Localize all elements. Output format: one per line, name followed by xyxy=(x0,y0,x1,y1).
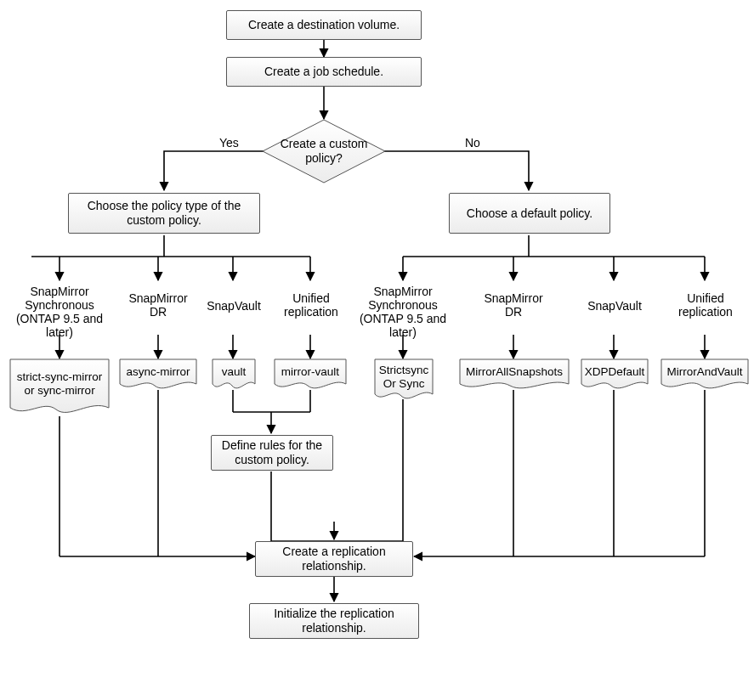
doc-custom-async-mirror: async-mirror xyxy=(119,358,197,392)
default-type-unified-replication: Unified replication xyxy=(673,291,738,319)
doc-default-strictsync-or-sync: Strictsync Or Sync xyxy=(374,358,434,403)
doc-label: XDPDefault xyxy=(581,358,649,386)
default-type-snapmirror-synchronous: SnapMirror Synchronous (ONTAP 9.5 and la… xyxy=(352,285,454,339)
step-define-rules: Define rules for the custom policy. xyxy=(211,435,333,471)
doc-custom-vault: vault xyxy=(212,358,256,392)
step-choose-default-policy: Choose a default policy. xyxy=(449,193,610,234)
default-type-snapmirror-dr: SnapMirror DR xyxy=(481,291,546,319)
custom-type-unified-replication: Unified replication xyxy=(279,291,343,319)
step-create-replication-relationship: Create a replication relationship. xyxy=(255,541,413,577)
flowchart-connectors xyxy=(0,0,754,700)
edge-yes: Yes xyxy=(219,136,239,150)
edge-no: No xyxy=(465,136,480,150)
doc-label: strict-sync-mirror or sync-mirror xyxy=(9,358,110,409)
doc-default-xdpdefault: XDPDefault xyxy=(581,358,649,392)
doc-label: MirrorAndVault xyxy=(660,358,749,386)
doc-label: MirrorAllSnapshots xyxy=(459,358,570,386)
default-type-snapvault: SnapVault xyxy=(585,299,644,313)
custom-type-snapmirror-dr: SnapMirror DR xyxy=(126,291,190,319)
step-create-job-schedule: Create a job schedule. xyxy=(226,57,422,87)
doc-label: async-mirror xyxy=(119,358,197,386)
step-create-destination-volume: Create a destination volume. xyxy=(226,10,422,40)
decision-create-custom-policy: Create a custom policy? xyxy=(262,119,386,183)
doc-default-mirrorandvault: MirrorAndVault xyxy=(660,358,749,392)
doc-label: Strictsync Or Sync xyxy=(374,358,434,396)
doc-custom-mirror-vault: mirror-vault xyxy=(274,358,347,392)
custom-type-snapvault: SnapVault xyxy=(204,299,264,313)
doc-custom-sync-mirror: strict-sync-mirror or sync-mirror xyxy=(9,358,110,416)
step-initialize-replication-relationship: Initialize the replication relationship. xyxy=(249,603,419,639)
doc-default-mirrorallsnapshots: MirrorAllSnapshots xyxy=(459,358,570,392)
doc-label: vault xyxy=(212,358,256,386)
decision-label: Create a custom policy? xyxy=(262,119,386,183)
step-choose-custom-policy-type: Choose the policy type of the custom pol… xyxy=(68,193,260,234)
custom-type-snapmirror-synchronous: SnapMirror Synchronous (ONTAP 9.5 and la… xyxy=(9,285,111,339)
doc-label: mirror-vault xyxy=(274,358,347,386)
